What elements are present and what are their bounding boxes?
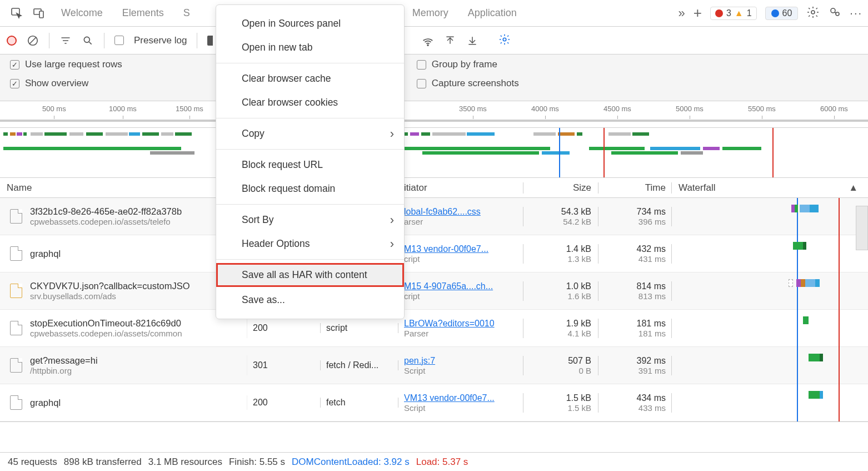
ctx-copy[interactable]: Copy (216, 122, 404, 146)
overview-checkbox[interactable] (10, 79, 19, 88)
scrollbar[interactable] (856, 206, 868, 250)
cell-status: 200 (247, 398, 321, 408)
table-row[interactable]: get?message=hi/httpbin.org301fetch / Red… (0, 347, 868, 384)
cell-waterfall (672, 384, 868, 422)
svg-point-5 (836, 12, 839, 16)
ctx-open-sources[interactable]: Open in Sources panel (216, 12, 404, 36)
table-row[interactable]: 3f32b1c9-8e26-465e-ae02-ff82a378bcpwebas… (0, 198, 868, 235)
clear-icon[interactable] (27, 34, 39, 47)
timeline-tick: 5000 ms (676, 105, 704, 113)
col-header-initiator[interactable]: itiator (398, 182, 523, 194)
warning-count: 1 (747, 8, 752, 18)
status-transferred: 898 kB transferred (64, 457, 142, 468)
cell-size: 1.9 kB4.1 kB (523, 319, 598, 338)
cell-time: 392 ms391 ms (598, 356, 672, 375)
network-toolbar: Preserve log (0, 27, 868, 54)
cell-initiator: M15 4-907a65a....ch...cript (398, 281, 523, 301)
initiator-link[interactable]: LBrOWa?editors=0010 (404, 319, 523, 329)
ctx-sort-by[interactable]: Sort By (216, 208, 404, 232)
cell-size: 54.3 kB54.2 kB (523, 207, 598, 226)
initiator-link[interactable]: pen.js:7 (404, 356, 523, 366)
network-conditions-icon[interactable] (422, 34, 434, 47)
issues-dot-icon (771, 9, 779, 17)
settings-gear-icon[interactable] (806, 6, 820, 21)
table-row[interactable]: graphqlM13 vendor-00f0e7...cript1.4 kB1.… (0, 235, 868, 272)
file-icon (10, 358, 22, 373)
tab-sources-cut[interactable]: S (183, 7, 190, 19)
col-header-time[interactable]: Time (598, 182, 672, 194)
warning-triangle-icon: ▲ (735, 8, 744, 18)
search-icon[interactable] (82, 34, 94, 47)
ctx-block-domain[interactable]: Block request domain (216, 177, 404, 201)
initiator-link[interactable]: lobal-fc9ab62....css (404, 207, 523, 217)
file-icon (10, 246, 22, 261)
large-rows-checkbox[interactable] (10, 60, 19, 70)
upload-icon[interactable] (444, 34, 456, 47)
group-frame-checkbox[interactable] (417, 60, 426, 70)
ctx-clear-cookies[interactable]: Clear browser cookies (216, 91, 404, 115)
table-row[interactable]: graphql200fetchVM13 vendor-00f0e7...Scri… (0, 384, 868, 422)
ctx-save-as[interactable]: Save as... (216, 288, 404, 312)
error-warning-badge[interactable]: 3 ▲ 1 (710, 7, 757, 20)
status-requests: 45 requests (8, 457, 57, 468)
preserve-log-checkbox[interactable] (114, 36, 124, 45)
timeline-tick: 1500 ms (176, 105, 203, 113)
cell-size: 1.5 kB1.5 kB (523, 393, 598, 413)
tab-elements[interactable]: Elements (122, 7, 164, 19)
cell-initiator: pen.js:7Script (398, 356, 523, 375)
file-icon (10, 321, 22, 335)
inspect-element-icon[interactable] (6, 2, 28, 24)
col-header-name[interactable]: Name (0, 182, 247, 194)
timeline-tick: 1000 ms (109, 105, 137, 113)
throttle-indicator[interactable] (207, 36, 213, 46)
plus-icon[interactable]: + (694, 4, 702, 22)
cell-time: 434 ms433 ms (598, 393, 672, 413)
ctx-open-new-tab[interactable]: Open in new tab (216, 36, 404, 60)
tab-memory[interactable]: Memory (412, 7, 448, 19)
timeline-tick: 5500 ms (748, 105, 776, 113)
ctx-separator (216, 149, 404, 150)
ctx-clear-cache[interactable]: Clear browser cache (216, 67, 404, 91)
feedback-icon[interactable] (828, 6, 841, 21)
cell-time: 432 ms431 ms (598, 244, 672, 264)
table-row[interactable]: stopExecutionOnTimeout-8216c69d0cpwebass… (0, 310, 868, 347)
timeline-tick: 6000 ms (820, 105, 848, 113)
initiator-link[interactable]: M13 vendor-00f0e7... (404, 244, 523, 254)
record-button[interactable] (7, 36, 17, 46)
ctx-separator (216, 118, 404, 118)
device-toggle-icon[interactable] (28, 2, 50, 24)
request-domain: srv.buysellads.com/ads (30, 291, 243, 301)
more-menu-icon[interactable]: ··· (850, 7, 862, 19)
cell-waterfall (672, 310, 868, 347)
screenshots-checkbox[interactable] (417, 79, 426, 88)
network-settings-gear-icon[interactable] (498, 33, 511, 47)
request-name: CKYDVK7U.json?callback=customJSO (30, 281, 243, 291)
ctx-header-options[interactable]: Header Options (216, 232, 404, 256)
issues-badge[interactable]: 60 (765, 7, 799, 20)
ctx-save-har[interactable]: Save all as HAR with content (216, 263, 404, 287)
col-header-waterfall[interactable]: Waterfall▲ (672, 182, 868, 194)
download-icon[interactable] (466, 34, 478, 47)
tab-welcome[interactable]: Welcome (61, 7, 103, 19)
tab-application[interactable]: Application (468, 7, 517, 19)
svg-rect-2 (39, 11, 43, 18)
issues-count: 60 (782, 8, 792, 18)
table-row[interactable]: CKYDVK7U.json?callback=customJSOsrv.buys… (0, 272, 868, 310)
cell-time: 814 ms813 ms (598, 281, 672, 301)
initiator-link[interactable]: VM13 vendor-00f0e7... (404, 393, 523, 403)
timeline-overview[interactable] (0, 128, 868, 178)
cell-initiator: VM13 vendor-00f0e7...Script (398, 393, 523, 413)
timeline-tick: 4500 ms (603, 105, 631, 113)
ctx-block-url[interactable]: Block request URL (216, 153, 404, 177)
more-tabs-icon[interactable]: » (678, 6, 685, 21)
col-header-size[interactable]: Size (523, 182, 598, 194)
timeline-ruler[interactable]: 500 ms 1000 ms 1500 ms 3500 ms 4000 ms 4… (0, 101, 868, 128)
dcl-marker (559, 128, 560, 177)
ctx-separator (216, 259, 404, 260)
large-rows-label: Use large request rows (25, 59, 122, 70)
filter-icon[interactable] (59, 34, 72, 47)
initiator-link[interactable]: M15 4-907a65a....ch... (404, 281, 523, 291)
error-count: 3 (726, 8, 731, 18)
load-marker (603, 128, 605, 177)
request-name: graphql (30, 398, 243, 408)
